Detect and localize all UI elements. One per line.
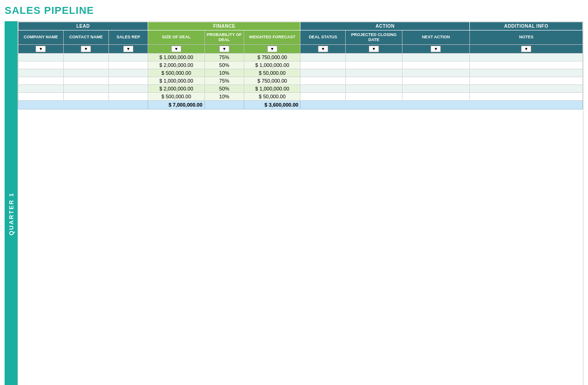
col-contact: CONTACT NAME bbox=[63, 30, 108, 45]
cell-deal: $ 500,000.00 bbox=[148, 92, 204, 100]
cell-deal: $ 1,000,000.00 bbox=[148, 53, 204, 61]
filter-button-4[interactable]: ▼ bbox=[219, 46, 229, 52]
cell-next bbox=[402, 84, 470, 92]
cell-closing bbox=[346, 92, 402, 100]
col-deal: SIZE OF DEAL bbox=[148, 30, 204, 45]
cell-contact bbox=[63, 92, 108, 100]
cell-contact bbox=[63, 69, 108, 77]
total-weighted: $ 3,600,000.00 bbox=[244, 100, 300, 109]
total-label bbox=[18, 100, 148, 109]
col-notes: NOTES bbox=[470, 30, 583, 45]
cell-next bbox=[402, 69, 470, 77]
cell-deal: $ 2,000,000.00 bbox=[148, 84, 204, 92]
cell-salesrep bbox=[108, 53, 148, 61]
table-row: $ 2,000,000.00 50% $ 1,000,000.00 bbox=[18, 84, 583, 92]
cell-salesrep bbox=[108, 77, 148, 84]
total-deal: $ 7,000,000.00 bbox=[148, 100, 204, 109]
cell-next bbox=[402, 77, 470, 84]
cell-status bbox=[300, 77, 346, 84]
cell-notes bbox=[470, 69, 583, 77]
col-next: NEXT ACTION bbox=[402, 30, 470, 45]
col-status: DEAL STATUS bbox=[300, 30, 346, 45]
additional-group-header: ADDITIONAL INFO bbox=[470, 22, 583, 30]
cell-weighted: $ 1,000,000.00 bbox=[244, 84, 300, 92]
cell-weighted: $ 750,000.00 bbox=[244, 53, 300, 61]
cell-prob: 75% bbox=[204, 53, 244, 61]
cell-closing bbox=[346, 69, 402, 77]
quarter-section: QUARTER 1 LEAD FINANCE ACTION ADDITIONAL… bbox=[5, 21, 583, 385]
filter-button-8[interactable]: ▼ bbox=[431, 46, 441, 52]
cell-weighted: $ 1,000,000.00 bbox=[244, 61, 300, 69]
cell-prob: 50% bbox=[204, 84, 244, 92]
filter-button-7[interactable]: ▼ bbox=[369, 46, 379, 52]
col-prob: PROBABILITY OF DEAL bbox=[204, 30, 244, 45]
cell-company bbox=[18, 84, 64, 92]
col-salesrep: SALES REP bbox=[108, 30, 148, 45]
filter-button-1[interactable]: ▼ bbox=[81, 46, 91, 52]
cell-prob: 10% bbox=[204, 69, 244, 77]
cell-prob: 10% bbox=[204, 92, 244, 100]
cell-closing bbox=[346, 53, 402, 61]
cell-weighted: $ 50,000.00 bbox=[244, 92, 300, 100]
page-title: SALES PIPELINE bbox=[5, 5, 583, 17]
action-group-header: ACTION bbox=[300, 22, 470, 30]
cell-notes bbox=[470, 61, 583, 69]
cell-next bbox=[402, 92, 470, 100]
cell-next bbox=[402, 53, 470, 61]
cell-deal: $ 2,000,000.00 bbox=[148, 61, 204, 69]
table-row: $ 2,000,000.00 50% $ 1,000,000.00 bbox=[18, 61, 583, 69]
cell-status bbox=[300, 69, 346, 77]
col-weighted: WEIGHTED FORECAST bbox=[244, 30, 300, 45]
cell-salesrep bbox=[108, 92, 148, 100]
col-company: COMPANY NAME bbox=[18, 30, 64, 45]
cell-contact bbox=[63, 84, 108, 92]
col-closing: PROJECTED CLOSING DATE bbox=[346, 30, 402, 45]
cell-status bbox=[300, 53, 346, 61]
filter-button-5[interactable]: ▼ bbox=[267, 46, 277, 52]
cell-status bbox=[300, 92, 346, 100]
lead-group-header: LEAD bbox=[18, 22, 148, 30]
cell-salesrep bbox=[108, 61, 148, 69]
cell-weighted: $ 50,000.00 bbox=[244, 69, 300, 77]
total-empty bbox=[300, 100, 583, 109]
cell-closing bbox=[346, 61, 402, 69]
cell-weighted: $ 750,000.00 bbox=[244, 77, 300, 84]
cell-notes bbox=[470, 92, 583, 100]
cell-contact bbox=[63, 61, 108, 69]
filter-button-0[interactable]: ▼ bbox=[36, 46, 46, 52]
cell-notes bbox=[470, 84, 583, 92]
cell-deal: $ 1,000,000.00 bbox=[148, 77, 204, 84]
cell-company bbox=[18, 69, 64, 77]
total-row: $ 7,000,000.00 $ 3,600,000.00 bbox=[18, 100, 583, 109]
cell-status bbox=[300, 61, 346, 69]
cell-notes bbox=[470, 77, 583, 84]
cell-contact bbox=[63, 53, 108, 61]
table-row: $ 1,000,000.00 75% $ 750,000.00 bbox=[18, 53, 583, 61]
table-row: $ 1,000,000.00 75% $ 750,000.00 bbox=[18, 77, 583, 84]
cell-status bbox=[300, 84, 346, 92]
cell-prob: 50% bbox=[204, 61, 244, 69]
filter-button-3[interactable]: ▼ bbox=[171, 46, 181, 52]
total-prob-empty bbox=[204, 100, 244, 109]
cell-company bbox=[18, 61, 64, 69]
finance-group-header: FINANCE bbox=[148, 22, 300, 30]
cell-company bbox=[18, 92, 64, 100]
cell-company bbox=[18, 77, 64, 84]
filter-button-9[interactable]: ▼ bbox=[521, 46, 531, 52]
cell-notes bbox=[470, 53, 583, 61]
cell-closing bbox=[346, 84, 402, 92]
cell-company bbox=[18, 53, 64, 61]
table-row: $ 500,000.00 10% $ 50,000.00 bbox=[18, 69, 583, 77]
cell-salesrep bbox=[108, 84, 148, 92]
filter-button-6[interactable]: ▼ bbox=[318, 46, 328, 52]
table-row: $ 500,000.00 10% $ 50,000.00 bbox=[18, 92, 583, 100]
quarter-label: QUARTER 1 bbox=[5, 21, 18, 385]
cell-prob: 75% bbox=[204, 77, 244, 84]
cell-next bbox=[402, 61, 470, 69]
filter-button-2[interactable]: ▼ bbox=[123, 46, 133, 52]
cell-closing bbox=[346, 77, 402, 84]
cell-contact bbox=[63, 77, 108, 84]
cell-deal: $ 500,000.00 bbox=[148, 69, 204, 77]
cell-salesrep bbox=[108, 69, 148, 77]
